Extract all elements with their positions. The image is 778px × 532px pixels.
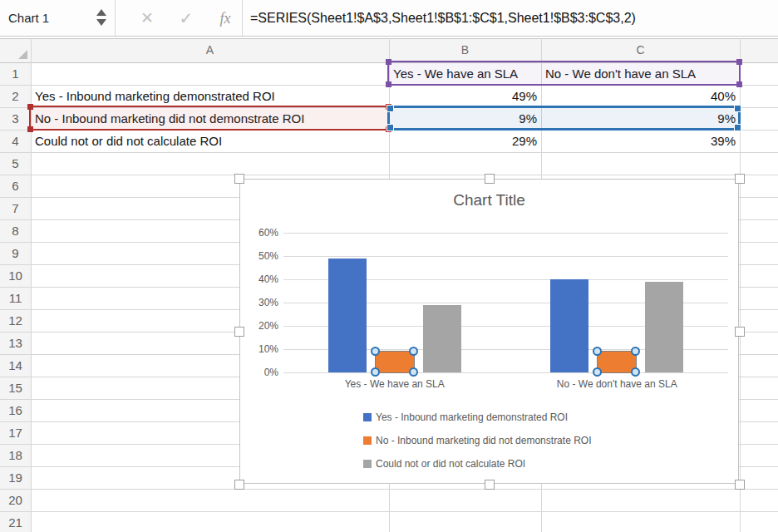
chart-gridline xyxy=(283,233,728,234)
cell-B2[interactable]: 49% xyxy=(389,85,541,107)
y-axis-tick-label[interactable]: 50% xyxy=(244,249,278,263)
chart-frame-handle[interactable] xyxy=(485,174,495,184)
select-all-corner[interactable] xyxy=(0,38,31,62)
cell-A2[interactable]: Yes - Inbound marketing demonstrated ROI xyxy=(31,85,389,107)
row-header-12[interactable]: 12 xyxy=(0,309,31,332)
x-category-label[interactable]: Yes - We have an SLA xyxy=(303,377,486,391)
series-point-handle[interactable] xyxy=(409,347,418,356)
column-header-b[interactable]: B xyxy=(389,38,541,62)
name-box[interactable]: Chart 1 xyxy=(8,0,91,37)
row-header-8[interactable]: 8 xyxy=(0,219,31,242)
cell-C3[interactable]: 9% xyxy=(541,107,740,130)
y-axis-tick-label[interactable]: 60% xyxy=(244,226,278,239)
chart-frame-handle[interactable] xyxy=(234,480,244,490)
row-header-11[interactable]: 11 xyxy=(0,287,31,309)
row-header-14[interactable]: 14 xyxy=(0,354,31,377)
y-axis-tick-label[interactable]: 10% xyxy=(244,342,278,356)
chart-frame-handle[interactable] xyxy=(485,480,495,490)
stepper-down-icon[interactable] xyxy=(96,19,106,26)
bar-series-2-cat-1[interactable] xyxy=(376,352,414,372)
legend-label: No - Inbound marketing did not demonstra… xyxy=(376,435,591,446)
legend-marker-icon xyxy=(363,436,372,445)
formula-input[interactable]: =SERIES(Sheet1!$A$3,Sheet1!$B$1:$C$1,She… xyxy=(250,0,774,37)
name-box-stepper[interactable] xyxy=(95,7,108,29)
y-axis-tick-label[interactable]: 40% xyxy=(244,273,278,286)
column-header-c[interactable]: C xyxy=(541,38,740,62)
column-header-partial[interactable] xyxy=(740,38,778,62)
cancel-icon[interactable]: ✕ xyxy=(135,0,159,37)
row-header-3[interactable]: 3 xyxy=(0,107,31,130)
bar-series-1-cat-2[interactable] xyxy=(550,279,588,372)
series-point-handle[interactable] xyxy=(371,367,380,377)
row-header-21[interactable]: 21 xyxy=(0,511,31,532)
chart-frame-handle[interactable] xyxy=(735,174,745,184)
accept-icon[interactable]: ✓ xyxy=(175,0,198,37)
excel-window: Chart 1 ✕ ✓ fx =SERIES(Sheet1!$A$3,Sheet… xyxy=(0,0,778,532)
chart-gridline xyxy=(283,256,728,257)
cell-C1[interactable]: No - We don't have an SLA xyxy=(541,62,740,85)
series-point-handle[interactable] xyxy=(593,367,602,377)
chart-object[interactable]: Chart Title 60%50%40%30%20%10%0%Yes - We… xyxy=(239,179,739,484)
bar-series-3-cat-2[interactable] xyxy=(645,282,683,372)
series-point-handle[interactable] xyxy=(371,347,380,356)
series-point-handle[interactable] xyxy=(631,347,640,356)
x-category-label[interactable]: No - We don't have an SLA xyxy=(525,377,708,391)
insert-function-icon[interactable]: fx xyxy=(213,0,238,37)
row-header-16[interactable]: 16 xyxy=(0,399,31,421)
cell-B1[interactable]: Yes - We have an SLA xyxy=(389,62,541,85)
row-header-10[interactable]: 10 xyxy=(0,264,31,287)
cell-A4[interactable]: Could not or did not calculate ROI xyxy=(31,130,389,152)
chart-frame-handle[interactable] xyxy=(234,174,244,184)
row-header-1[interactable]: 1 xyxy=(0,62,31,85)
row-header-18[interactable]: 18 xyxy=(0,444,31,466)
legend-marker-icon xyxy=(363,460,372,468)
row-header-13[interactable]: 13 xyxy=(0,332,31,354)
row-header-7[interactable]: 7 xyxy=(0,197,31,219)
y-axis-tick-label[interactable]: 30% xyxy=(244,296,278,309)
gridline-vertical xyxy=(740,38,741,532)
row-header-20[interactable]: 20 xyxy=(0,489,31,511)
cell-B3[interactable]: 9% xyxy=(389,107,541,130)
divider xyxy=(115,0,116,36)
row-header-15[interactable]: 15 xyxy=(0,377,31,399)
row-header-17[interactable]: 17 xyxy=(0,421,31,444)
chart-frame-handle[interactable] xyxy=(735,327,745,337)
legend-marker-icon xyxy=(363,413,372,421)
row-header-2[interactable]: 2 xyxy=(0,85,31,107)
cell-A3[interactable]: No - Inbound marketing did not demonstra… xyxy=(31,107,389,130)
row-header-4[interactable]: 4 xyxy=(0,130,31,152)
cell-B4[interactable]: 29% xyxy=(389,130,541,152)
bar-series-1-cat-1[interactable] xyxy=(328,259,367,372)
row-header-9[interactable]: 9 xyxy=(0,242,31,264)
cell-C2[interactable]: 40% xyxy=(541,85,740,107)
row-header-19[interactable]: 19 xyxy=(0,466,31,489)
legend-label: Yes - Inbound marketing demonstrated ROI xyxy=(376,411,568,423)
chart-frame-handle[interactable] xyxy=(735,480,745,490)
bar-series-2-cat-2[interactable] xyxy=(598,352,636,372)
legend-label: Could not or did not calculate ROI xyxy=(376,458,525,470)
y-axis-tick-label[interactable]: 0% xyxy=(244,366,278,379)
chart-title[interactable]: Chart Title xyxy=(240,191,738,209)
y-axis-tick-label[interactable]: 20% xyxy=(244,319,278,332)
bar-series-3-cat-1[interactable] xyxy=(423,305,461,372)
formula-bar: Chart 1 ✕ ✓ fx =SERIES(Sheet1!$A$3,Sheet… xyxy=(0,0,778,37)
divider xyxy=(242,0,243,36)
column-header-a[interactable]: A xyxy=(31,38,389,62)
stepper-up-icon[interactable] xyxy=(96,9,106,16)
row-header-6[interactable]: 6 xyxy=(0,175,31,197)
series-point-handle[interactable] xyxy=(631,367,640,377)
row-header-5[interactable]: 5 xyxy=(0,152,31,175)
select-all-icon xyxy=(18,50,27,59)
chart-frame-handle[interactable] xyxy=(234,327,244,337)
series-point-handle[interactable] xyxy=(593,347,602,356)
chart-gridline xyxy=(283,372,728,373)
cell-C4[interactable]: 39% xyxy=(541,130,740,152)
series-point-handle[interactable] xyxy=(409,367,418,377)
